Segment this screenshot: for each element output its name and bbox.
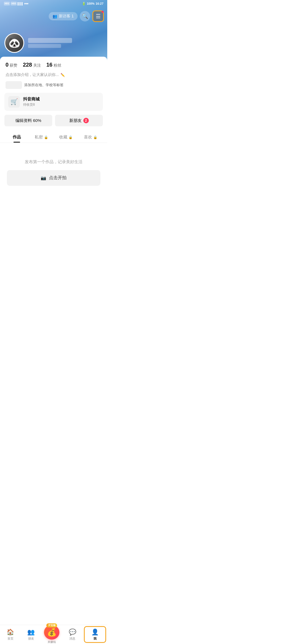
location-row[interactable]: 添加所在地、学校等标签 <box>0 80 107 93</box>
followers-count: 16 <box>46 62 53 68</box>
menu-icon: ☰ <box>96 13 101 20</box>
empty-state: 发布第一个作品，记录美好生活 📷 点击开拍 <box>0 143 107 194</box>
profile-header: HD1 HD2 ▌▌▌ ▾▾▾ 🔋 100% 16:27 👥 新访客 1 🔍 ☰… <box>0 0 107 61</box>
battery-icon: 🔋 <box>82 2 86 6</box>
visitor-icon: 👥 <box>53 14 57 18</box>
profile-info-row: 🐼 <box>4 33 72 53</box>
search-icon: 🔍 <box>82 13 88 19</box>
new-friends-button[interactable]: 新朋友 2 <box>55 115 103 126</box>
battery-level: 100% <box>87 2 95 5</box>
hd2-badge: HD2 <box>11 2 17 6</box>
status-left: HD1 HD2 ▌▌▌ ▾▾▾ <box>4 2 28 6</box>
status-bar: HD1 HD2 ▌▌▌ ▾▾▾ 🔋 100% 16:27 <box>0 0 107 7</box>
stat-likes[interactable]: 0 获赞 <box>6 62 17 68</box>
bio-text: 点击添加介绍，让大家认识你... ✏️ <box>6 72 102 77</box>
avatar[interactable]: 🐼 <box>4 33 24 53</box>
favorites-lock-icon: 🔒 <box>68 135 73 139</box>
visitor-button[interactable]: 👥 新访客 1 <box>49 12 78 20</box>
search-button[interactable]: 🔍 <box>80 11 90 21</box>
new-friends-label: 新朋友 <box>69 118 82 123</box>
following-label: 关注 <box>33 63 41 68</box>
edit-bio-icon: ✏️ <box>61 73 65 77</box>
bio-section[interactable]: 点击添加介绍，让大家认识你... ✏️ <box>0 71 107 80</box>
tab-private-label: 私密 <box>35 135 43 140</box>
shop-card[interactable]: 🛒 抖音商城 待收货8 <box>4 93 103 111</box>
likes-count: 0 <box>6 62 9 68</box>
shop-info: 抖音商城 待收货8 <box>23 97 40 107</box>
tabs-row: 作品 私密 🔒 收藏 🔒 喜欢 🔒 <box>0 131 107 143</box>
avatar-image: 🐼 <box>5 34 23 52</box>
private-lock-icon: 🔒 <box>44 135 48 139</box>
visitor-label: 新访客 1 <box>59 14 74 19</box>
liked-lock-icon: 🔒 <box>93 135 97 139</box>
edit-profile-button[interactable]: 编辑资料 60% <box>4 115 52 126</box>
shop-sub: 待收货8 <box>23 102 40 107</box>
username-sub-blurred <box>28 44 61 48</box>
stat-followers[interactable]: 16 粉丝 <box>46 62 61 68</box>
tab-works-label: 作品 <box>13 135 21 140</box>
tab-private[interactable]: 私密 🔒 <box>29 131 54 143</box>
hd1-badge: HD1 <box>4 2 10 6</box>
action-buttons-row: 编辑资料 60% 新朋友 2 <box>0 115 107 131</box>
following-count: 228 <box>23 62 32 68</box>
top-actions: 👥 新访客 1 🔍 ☰ <box>0 10 107 22</box>
username-blurred <box>28 38 72 43</box>
camera-button[interactable]: 📷 点击开拍 <box>7 170 100 186</box>
status-right: 🔋 100% 16:27 <box>82 2 103 6</box>
empty-text: 发布第一个作品，记录美好生活 <box>6 159 102 165</box>
menu-button[interactable]: ☰ <box>92 10 104 22</box>
location-avatar-blur <box>6 81 22 89</box>
edit-profile-label: 编辑资料 60% <box>15 118 41 123</box>
wifi-icon: ▾▾▾ <box>24 2 28 5</box>
content-area: 0 获赞 228 关注 16 粉丝 点击添加介绍，让大家认识你... ✏️ 添加… <box>0 57 107 216</box>
new-friends-badge: 2 <box>83 118 89 123</box>
tab-works[interactable]: 作品 <box>4 131 29 143</box>
location-placeholder: 添加所在地、学校等标签 <box>24 83 64 88</box>
tab-favorites[interactable]: 收藏 🔒 <box>54 131 78 143</box>
likes-label: 获赞 <box>10 63 17 68</box>
bio-content: 点击添加介绍，让大家认识你... <box>6 72 59 77</box>
shop-icon: 🛒 <box>8 96 20 108</box>
stat-following[interactable]: 228 关注 <box>23 62 41 68</box>
shop-name: 抖音商城 <box>23 97 40 102</box>
tab-liked[interactable]: 喜欢 🔒 <box>78 131 103 143</box>
signal-icon: ▌▌▌ <box>18 2 23 5</box>
tab-liked-label: 喜欢 <box>84 135 92 140</box>
time-display: 16:27 <box>96 2 103 5</box>
tab-favorites-label: 收藏 <box>59 135 67 140</box>
camera-btn-label: 点击开拍 <box>49 175 67 181</box>
followers-label: 粉丝 <box>54 63 61 68</box>
username-area <box>28 38 72 48</box>
stats-row: 0 获赞 228 关注 16 粉丝 <box>0 57 107 71</box>
menu-notification-dot <box>101 11 104 13</box>
camera-icon: 📷 <box>41 175 46 181</box>
